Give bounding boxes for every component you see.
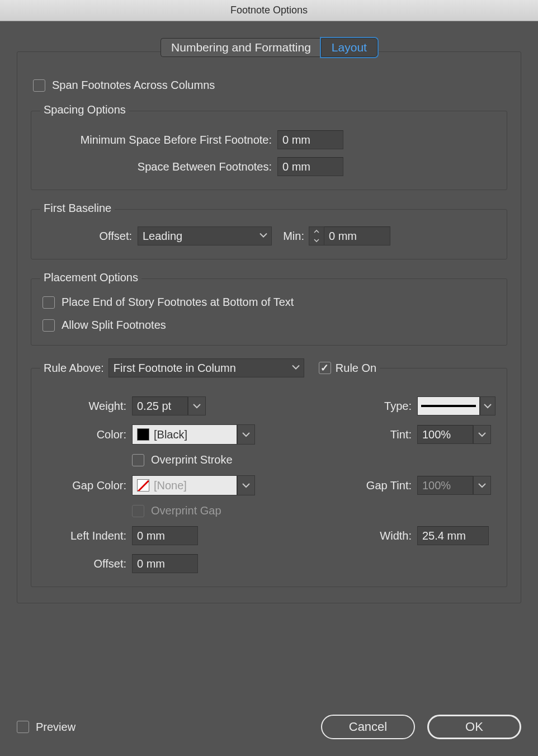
tab-layout[interactable]: Layout	[321, 38, 377, 57]
spacing-legend: Spacing Options	[40, 103, 129, 116]
main-panel: Span Footnotes Across Columns Spacing Op…	[17, 51, 521, 603]
end-of-story-label: Place End of Story Footnotes at Bottom o…	[62, 296, 294, 309]
color-dropdown-button[interactable]	[237, 424, 255, 445]
none-swatch-icon	[137, 479, 149, 492]
min-before-row: Minimum Space Before First Footnote:	[43, 130, 495, 149]
color-field: [Black]	[132, 424, 255, 445]
ok-button[interactable]: OK	[427, 715, 521, 739]
gap-color-value: [None]	[154, 479, 187, 492]
rule-above-value: First Footnote in Column	[114, 362, 236, 375]
placement-fieldset: Placement Options Place End of Story Foo…	[31, 278, 507, 346]
tint-label: Tint:	[255, 428, 417, 441]
dialog-body: Numbering and Formatting Layout Span Foo…	[0, 21, 538, 756]
color-value: [Black]	[154, 428, 187, 441]
overprint-stroke-row: Overprint Stroke	[132, 453, 495, 466]
window-title: Footnote Options	[230, 4, 308, 16]
gap-color-field: [None]	[132, 475, 255, 495]
min-before-label: Minimum Space Before First Footnote:	[43, 134, 277, 147]
allow-split-checkbox[interactable]	[43, 319, 55, 332]
offset-select[interactable]: Leading	[138, 226, 272, 245]
overprint-stroke-checkbox[interactable]	[132, 454, 144, 466]
width-label: Width:	[255, 530, 417, 542]
weight-field	[132, 396, 255, 415]
overprint-stroke-label: Overprint Stroke	[151, 453, 233, 466]
weight-dropdown-button[interactable]	[188, 396, 206, 415]
span-columns-checkbox[interactable]	[33, 79, 45, 92]
color-select[interactable]: [Black]	[132, 424, 237, 445]
gap-tint-field: 100%	[417, 476, 495, 495]
overprint-gap-row: Overprint Gap	[132, 504, 495, 517]
type-field	[417, 396, 495, 415]
min-label: Min:	[272, 230, 309, 243]
tab-numbering[interactable]: Numbering and Formatting	[161, 38, 321, 57]
chevron-down-icon	[291, 362, 300, 375]
rule-legend-row: Rule Above: First Footnote in Column Rul…	[40, 358, 380, 377]
spacing-fieldset: Spacing Options Minimum Space Before Fir…	[31, 111, 507, 190]
baseline-legend: First Baseline	[40, 202, 115, 215]
stepper-up-icon	[309, 227, 324, 236]
span-columns-label: Span Footnotes Across Columns	[52, 79, 215, 92]
rule-offset-input[interactable]	[132, 554, 198, 573]
preview-checkbox[interactable]	[17, 721, 29, 733]
offset-value: Leading	[143, 230, 182, 243]
span-columns-row: Span Footnotes Across Columns	[33, 79, 507, 92]
min-stepper[interactable]	[309, 226, 324, 245]
space-between-label: Space Between Footnotes:	[43, 160, 277, 173]
type-swatch[interactable]	[417, 396, 480, 415]
space-between-input[interactable]	[277, 157, 343, 176]
baseline-row: Offset: Leading Min:	[43, 226, 495, 245]
overprint-gap-checkbox	[132, 505, 144, 517]
gap-color-dropdown-button[interactable]	[237, 475, 255, 495]
gap-tint-input: 100%	[417, 476, 473, 495]
rule-fieldset: Rule Above: First Footnote in Column Rul…	[31, 368, 507, 587]
left-indent-label: Left Indent:	[43, 530, 132, 542]
end-of-story-checkbox[interactable]	[43, 296, 55, 309]
offset-label: Offset:	[43, 230, 138, 243]
rule-on-checkbox[interactable]	[319, 362, 331, 374]
placement-legend: Placement Options	[40, 271, 141, 284]
tint-input[interactable]	[417, 425, 473, 444]
stepper-down-icon	[309, 236, 324, 245]
end-of-story-row: Place End of Story Footnotes at Bottom o…	[43, 296, 495, 309]
width-input[interactable]	[417, 526, 489, 545]
weight-input[interactable]	[132, 396, 188, 415]
rule-offset-label: Offset:	[43, 557, 132, 570]
preview-label: Preview	[36, 721, 75, 734]
black-swatch-icon	[137, 428, 149, 441]
weight-label: Weight:	[43, 400, 132, 413]
overprint-gap-label: Overprint Gap	[151, 504, 221, 517]
rule-above-select[interactable]: First Footnote in Column	[108, 358, 304, 377]
space-between-row: Space Between Footnotes:	[43, 157, 495, 176]
dialog-footer: Preview Cancel OK	[17, 715, 521, 739]
allow-split-row: Allow Split Footnotes	[43, 319, 495, 332]
cancel-button[interactable]: Cancel	[321, 715, 415, 739]
gap-tint-dropdown-button	[473, 476, 491, 495]
baseline-fieldset: First Baseline Offset: Leading Min:	[31, 209, 507, 259]
rule-above-label: Rule Above:	[44, 362, 104, 375]
tint-field	[417, 425, 495, 444]
min-before-input[interactable]	[277, 130, 343, 149]
window-titlebar: Footnote Options	[0, 0, 538, 21]
min-input[interactable]	[324, 226, 390, 245]
color-label: Color:	[43, 428, 132, 441]
tint-dropdown-button[interactable]	[473, 425, 491, 444]
type-dropdown-button[interactable]	[480, 396, 495, 415]
allow-split-label: Allow Split Footnotes	[62, 319, 166, 332]
left-indent-input[interactable]	[132, 526, 198, 545]
gap-tint-label: Gap Tint:	[255, 479, 417, 492]
footer-buttons: Cancel OK	[321, 715, 521, 739]
type-label: Type:	[255, 400, 417, 413]
gap-color-select[interactable]: [None]	[132, 475, 237, 495]
preview-row: Preview	[17, 721, 75, 734]
chevron-down-icon	[259, 230, 268, 243]
rule-on-label: Rule On	[336, 362, 376, 375]
gap-color-label: Gap Color:	[43, 479, 132, 492]
